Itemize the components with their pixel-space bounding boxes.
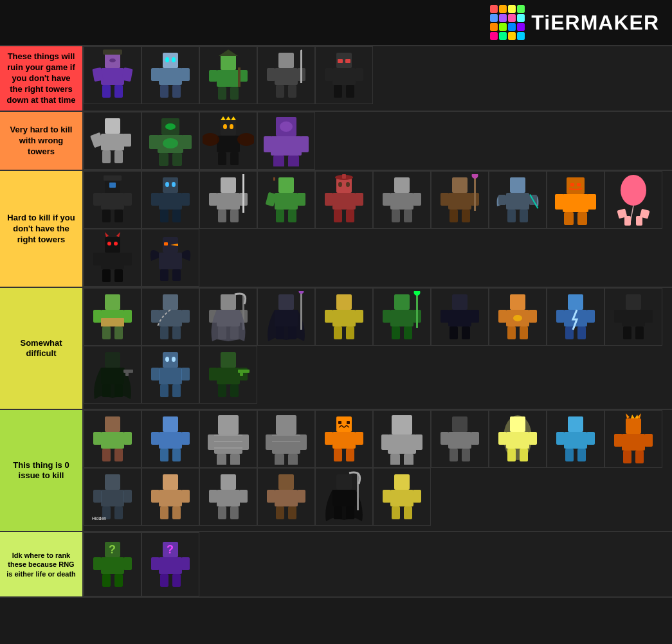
tier-label-s: These things will ruin your game if you … xyxy=(0,46,82,111)
char-winged-blox xyxy=(492,174,543,226)
svg-rect-144 xyxy=(624,216,631,226)
svg-rect-165 xyxy=(123,310,132,323)
svg-rect-332 xyxy=(160,506,168,519)
svg-rect-150 xyxy=(93,253,102,265)
svg-rect-365 xyxy=(159,557,182,574)
svg-rect-43 xyxy=(123,134,131,147)
svg-rect-312 xyxy=(626,418,641,434)
tier-row-e: Idk where to rank these because RNG is e… xyxy=(0,532,672,598)
svg-rect-162 xyxy=(105,294,120,310)
svg-rect-212 xyxy=(529,310,537,323)
svg-rect-349 xyxy=(346,506,354,519)
svg-rect-339 xyxy=(230,506,239,519)
char-hidden-blox: Hidden xyxy=(87,471,138,523)
svg-rect-204 xyxy=(448,310,471,326)
svg-rect-98 xyxy=(276,210,284,222)
svg-rect-134 xyxy=(555,194,564,210)
svg-rect-18 xyxy=(217,70,240,87)
svg-rect-123 xyxy=(474,175,476,211)
char-cyber-blox xyxy=(145,174,196,226)
list-item xyxy=(141,468,199,526)
svg-rect-28 xyxy=(276,85,284,98)
list-item xyxy=(431,288,489,346)
svg-rect-333 xyxy=(172,506,181,519)
svg-marker-147 xyxy=(105,232,109,237)
svg-rect-341 xyxy=(275,490,298,506)
svg-point-124 xyxy=(472,174,478,179)
svg-rect-292 xyxy=(404,454,413,465)
list-item xyxy=(141,112,199,170)
svg-rect-329 xyxy=(159,490,182,506)
char-yellow-blox xyxy=(376,471,428,523)
svg-point-154 xyxy=(107,242,111,246)
svg-rect-354 xyxy=(413,490,421,503)
char-spear-assassin xyxy=(260,49,312,101)
svg-text:?: ? xyxy=(167,543,174,556)
svg-point-7 xyxy=(109,58,116,62)
char-dark-blox xyxy=(318,49,370,101)
svg-rect-88 xyxy=(209,193,217,206)
svg-rect-233 xyxy=(125,373,129,376)
svg-rect-346 xyxy=(336,474,352,490)
svg-rect-350 xyxy=(357,473,359,510)
list-item xyxy=(199,410,257,468)
svg-point-155 xyxy=(114,242,118,246)
list-item xyxy=(547,171,604,229)
char-tan-blox xyxy=(145,471,196,523)
svg-rect-111 xyxy=(394,177,410,193)
svg-rect-138 xyxy=(570,183,574,186)
svg-rect-168 xyxy=(101,318,124,326)
svg-rect-19 xyxy=(209,70,217,82)
svg-rect-342 xyxy=(267,490,275,503)
svg-rect-360 xyxy=(123,557,132,570)
svg-rect-122 xyxy=(462,210,470,222)
svg-rect-206 xyxy=(471,310,479,323)
svg-rect-295 xyxy=(440,432,449,445)
svg-rect-45 xyxy=(114,150,123,163)
char-bat-king xyxy=(203,115,254,166)
svg-rect-230 xyxy=(102,384,111,397)
tier-list: TiERMAKER These things will ruin your ga… xyxy=(0,0,672,598)
svg-point-69 xyxy=(280,121,293,132)
svg-rect-340 xyxy=(278,474,294,490)
svg-rect-335 xyxy=(217,490,240,506)
svg-rect-29 xyxy=(288,85,296,98)
svg-rect-99 xyxy=(288,210,296,222)
svg-rect-97 xyxy=(297,193,305,206)
svg-rect-197 xyxy=(383,310,391,323)
svg-rect-106 xyxy=(346,210,354,222)
svg-rect-78 xyxy=(163,177,178,193)
svg-rect-271 xyxy=(276,415,296,434)
svg-rect-289 xyxy=(381,434,389,450)
list-item xyxy=(315,468,373,526)
svg-rect-116 xyxy=(404,210,412,222)
list-item xyxy=(84,288,141,346)
char-green-mech xyxy=(145,115,196,166)
svg-marker-31 xyxy=(300,49,302,51)
tier-row-d: This thing is 0 issue to kill xyxy=(0,410,672,532)
svg-rect-256 xyxy=(163,416,178,432)
header: TiERMAKER xyxy=(0,0,672,46)
list-item xyxy=(199,171,257,229)
tier-label-d: This thing is 0 issue to kill xyxy=(0,410,82,531)
svg-rect-367 xyxy=(181,557,190,570)
svg-rect-294 xyxy=(448,432,471,449)
char-orange-pumpkin xyxy=(318,413,370,465)
svg-rect-58 xyxy=(218,152,226,165)
svg-point-85 xyxy=(172,182,176,187)
char-brown-blox2 xyxy=(260,471,312,523)
svg-rect-301 xyxy=(506,432,529,449)
svg-rect-130 xyxy=(520,210,528,222)
char-green-witch xyxy=(203,49,254,101)
svg-rect-285 xyxy=(338,421,341,424)
svg-rect-1 xyxy=(103,49,122,55)
svg-marker-17 xyxy=(219,49,238,56)
svg-rect-343 xyxy=(297,490,305,503)
svg-rect-9 xyxy=(159,68,182,85)
svg-rect-348 xyxy=(334,506,342,519)
svg-rect-352 xyxy=(390,490,413,506)
svg-rect-205 xyxy=(440,310,449,323)
svg-text:?: ? xyxy=(109,543,116,556)
svg-rect-209 xyxy=(510,294,525,310)
list-item xyxy=(199,112,257,170)
